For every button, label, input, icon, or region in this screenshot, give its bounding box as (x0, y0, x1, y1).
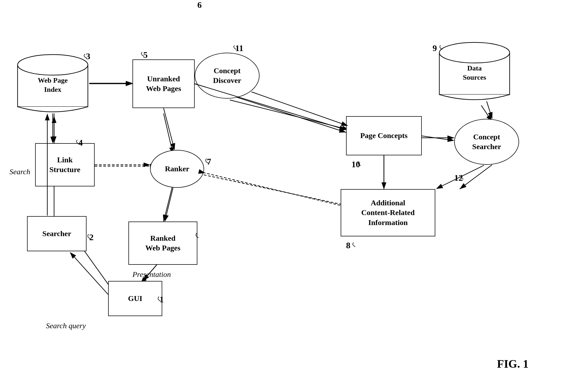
curl-10 (356, 161, 363, 166)
web-page-index: Web PageIndex (16, 51, 89, 113)
curl-1 (156, 296, 162, 302)
curl-4 (74, 139, 81, 145)
link-structure-label: LinkStructure (49, 155, 81, 175)
fig-label: FIG. 1 (497, 357, 529, 370)
svg-line-27 (251, 92, 347, 126)
curl-11 (231, 45, 238, 50)
data-sources-label: DataSources (463, 64, 486, 82)
curl-7 (203, 158, 210, 164)
num-6: 6 (197, 0, 202, 10)
curl-12 (459, 174, 465, 180)
search-query-label: Search query (46, 321, 86, 330)
svg-line-9 (195, 173, 346, 205)
concept-searcher-label: ConceptSearcher (472, 132, 501, 152)
page-concepts-label: Page Concepts (360, 131, 408, 140)
search-label: Search (9, 167, 30, 176)
svg-line-29 (165, 188, 173, 221)
curl-9 (437, 45, 444, 50)
svg-point-18 (18, 55, 88, 75)
page-concepts: Page Concepts (346, 116, 422, 155)
svg-line-4 (230, 100, 349, 130)
unranked-web-pages: UnrankedWeb Pages (132, 59, 195, 108)
svg-line-7 (164, 113, 173, 154)
svg-line-25 (164, 108, 174, 149)
svg-line-31 (422, 136, 454, 140)
num-9: 9 (433, 43, 437, 53)
curl-3 (81, 53, 89, 59)
gui: GUI (108, 281, 162, 316)
searcher: Searcher (27, 216, 87, 251)
ranked-web-pages-label: RankedWeb Pages (145, 233, 181, 253)
ranker-label: Ranker (165, 164, 189, 174)
svg-line-8 (164, 184, 173, 222)
svg-line-30 (205, 173, 340, 205)
diagram: Web PageIndex 3 UnrankedWeb Pages 5 Conc… (0, 0, 561, 392)
ranked-web-pages: RankedWeb Pages (128, 222, 197, 265)
concept-discover: ConceptDiscover (195, 53, 260, 99)
curl-5 (139, 51, 146, 57)
additional-content: AdditionalContent-RelatedInformation (341, 189, 435, 236)
concept-searcher: ConceptSearcher (454, 119, 519, 165)
presentation-label: Presentation (132, 270, 171, 279)
unranked-web-pages-label: UnrankedWeb Pages (146, 74, 181, 94)
web-page-index-label: Web PageIndex (38, 76, 68, 94)
svg-line-33 (487, 101, 492, 118)
ranker: Ranker (150, 150, 204, 188)
link-structure: LinkStructure (35, 143, 95, 186)
curl-2 (85, 233, 92, 239)
svg-point-20 (439, 42, 510, 63)
curl-8 (350, 242, 357, 247)
data-sources: DataSources (438, 39, 511, 101)
curl-6 (194, 232, 200, 238)
svg-line-37 (70, 253, 108, 294)
gui-label: GUI (128, 294, 142, 303)
additional-content-label: AdditionalContent-RelatedInformation (361, 198, 415, 227)
concept-discover-label: ConceptDiscover (213, 66, 241, 86)
searcher-label: Searcher (42, 229, 71, 239)
num-8: 8 (346, 240, 350, 250)
